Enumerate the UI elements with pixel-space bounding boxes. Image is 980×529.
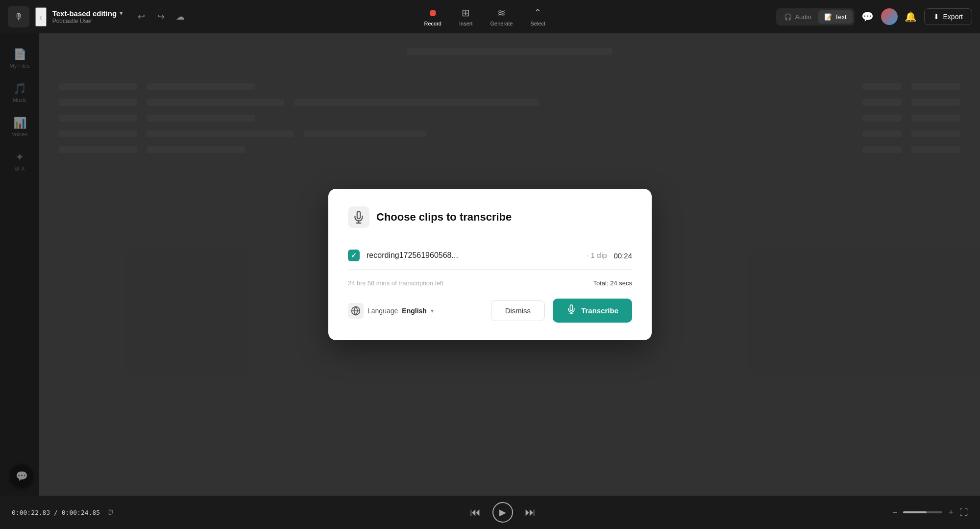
- transcribe-label: Transcribe: [581, 306, 618, 315]
- recording-row: recording172561960568... · 1 clip 00:24: [348, 242, 632, 270]
- transcription-total: Total: 24 secs: [593, 279, 633, 287]
- modal-header: Choose clips to transcribe: [348, 206, 632, 228]
- modal-footer: Language English ▾ Dismiss Transcribe: [348, 299, 632, 323]
- recording-duration: 00:24: [613, 252, 632, 260]
- modal-header-icon: [348, 206, 369, 228]
- language-chevron-icon: ▾: [431, 307, 434, 314]
- language-label: Language: [368, 307, 398, 315]
- modal-backdrop: Choose clips to transcribe recording1725…: [0, 0, 980, 529]
- modal-title: Choose clips to transcribe: [376, 211, 512, 224]
- transcribe-modal: Choose clips to transcribe recording1725…: [328, 189, 652, 340]
- language-icon: [348, 303, 364, 319]
- language-value: English: [402, 307, 427, 315]
- recording-checkbox[interactable]: [348, 250, 360, 261]
- transcribe-button[interactable]: Transcribe: [553, 299, 632, 323]
- language-selector[interactable]: Language English ▾: [348, 303, 434, 319]
- recording-clips: · 1 clip: [587, 252, 607, 259]
- transcribe-icon: [566, 304, 576, 317]
- transcription-info: 24 hrs 58 mins of transcription left Tot…: [348, 276, 632, 299]
- dismiss-button[interactable]: Dismiss: [491, 300, 545, 321]
- recording-name: recording172561960568...: [367, 251, 580, 260]
- transcription-time-left: 24 hrs 58 mins of transcription left: [348, 279, 443, 287]
